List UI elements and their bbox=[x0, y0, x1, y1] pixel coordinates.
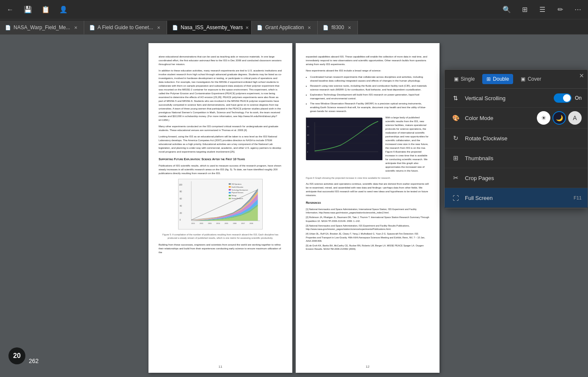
tab-grant-application[interactable]: 📄 Grant Application ✕ bbox=[252, 21, 318, 34]
crop-label: Crop Pages bbox=[465, 175, 582, 181]
svg-text:Earth & Education: Earth & Education bbox=[232, 186, 244, 188]
cover-icon: ▣ bbox=[521, 76, 525, 82]
right-bullets: Coordinated human research experiments t… bbox=[310, 75, 429, 113]
thumbnails-icon: ⊞ bbox=[451, 153, 461, 163]
tab-close-nasa-warp[interactable]: ✕ bbox=[73, 25, 79, 30]
save-all-button[interactable]: 📋 bbox=[41, 5, 51, 15]
graph-caption: Figure 6 Graph showing the projected inc… bbox=[306, 176, 429, 180]
single-icon: ▣ bbox=[454, 76, 459, 82]
svg-text:80: 80 bbox=[180, 191, 182, 193]
svg-text:2007: 2007 bbox=[241, 222, 245, 224]
auto-symbol: A bbox=[573, 115, 577, 121]
view-mode-cover[interactable]: ▣ Cover bbox=[517, 74, 545, 84]
tab-bar: 📄 NASA_Warp_Field_Me... ✕ 📄 A Field Guid… bbox=[0, 19, 588, 35]
toolbar: ← 💾 📋 👤 🔍 ⊞ ☰ ✏ ⋯ bbox=[0, 0, 588, 19]
tab-close-iss-assembly[interactable]: ✕ bbox=[245, 25, 249, 30]
right-further-text: As ISS science activities and operations… bbox=[306, 182, 429, 197]
svg-text:40: 40 bbox=[180, 205, 182, 207]
more-button[interactable]: ⋯ bbox=[573, 5, 583, 15]
left-para-2: In addition to these education activitie… bbox=[159, 69, 282, 122]
list-button[interactable]: ☰ bbox=[537, 5, 547, 15]
tab-close-f8300[interactable]: ✕ bbox=[346, 25, 352, 30]
tab-close-field-guide[interactable]: ✕ bbox=[156, 25, 162, 30]
tab-label-nasa-warp: NASA_Warp_Field_Me... bbox=[14, 25, 70, 30]
tab-f8300[interactable]: 📄 f8300 ✕ bbox=[318, 21, 358, 34]
rotate-clockwise-item[interactable]: ↻ Rotate Clockwise bbox=[445, 128, 588, 148]
fullscreen-icon: ⛶ bbox=[451, 193, 461, 203]
fullscreen-label: Full Screen bbox=[465, 195, 574, 201]
bullet-1: Coordinated human research experiments t… bbox=[310, 75, 429, 83]
svg-text:40: 40 bbox=[307, 134, 309, 136]
tab-icon-nasa-warp: 📄 bbox=[5, 25, 11, 30]
toggle-knob bbox=[563, 94, 571, 102]
svg-text:60: 60 bbox=[307, 126, 309, 128]
pdf-page-right: expanded capabilities aboard ISS. These … bbox=[296, 43, 440, 373]
bullet-2: Research using new science racks, includ… bbox=[310, 84, 429, 92]
building-text: Building from these successes, engineers… bbox=[159, 243, 282, 254]
rotate-icon: ↻ bbox=[451, 133, 461, 143]
tab-field-guide[interactable]: 📄 A Field Guide to Genet... ✕ bbox=[84, 21, 167, 34]
svg-text:2005: 2005 bbox=[225, 222, 229, 224]
view-dropdown-menu: ✕ ▣ Single ⊞ Double ▣ Cover ⇅ Vertical S… bbox=[444, 69, 588, 208]
section-title: Supporting Future Exploration: Science A… bbox=[159, 157, 282, 162]
view-mode-double[interactable]: ⊞ Double bbox=[482, 74, 513, 84]
view-mode-cover-label: Cover bbox=[528, 76, 541, 82]
tab-label-grant-application: Grant Application bbox=[265, 25, 304, 30]
rotate-label: Rotate Clockwise bbox=[465, 135, 582, 142]
left-para-3: Many other experiments conducted on the … bbox=[159, 125, 282, 132]
references-title: References bbox=[306, 201, 429, 205]
color-mode-light[interactable]: ☀ bbox=[537, 111, 550, 125]
fullscreen-shortcut: F11 bbox=[574, 195, 582, 200]
vertical-scrolling-label: Vertical Scrolling bbox=[465, 95, 554, 101]
vertical-scrolling-toggle[interactable] bbox=[554, 93, 572, 103]
current-page: 20 bbox=[13, 352, 21, 360]
left-para-1: alone educational demonstrations that ca… bbox=[159, 55, 282, 66]
tab-close-grant-application[interactable]: ✕ bbox=[306, 25, 312, 30]
svg-text:2001: 2001 bbox=[191, 222, 195, 224]
tab-iss-assembly[interactable]: 📄 Nasa_ISS_Assemby_Years ✕ bbox=[167, 21, 252, 34]
color-mode-dark[interactable]: 🌙 bbox=[552, 111, 566, 125]
thumbnails-label: Thumbnails bbox=[465, 155, 582, 161]
vertical-scrolling-row[interactable]: ⇅ Vertical Scrolling On bbox=[445, 89, 588, 108]
back-button[interactable]: ← bbox=[5, 5, 15, 15]
fullscreen-item[interactable]: ⛶ Full Screen F11 bbox=[445, 188, 588, 208]
grid-button[interactable]: ⊞ bbox=[519, 5, 530, 15]
view-mode-single-label: Single bbox=[461, 76, 475, 82]
left-para-4: Looking forward, using the ISS as an edu… bbox=[159, 135, 282, 154]
view-mode-double-label: Double bbox=[493, 76, 509, 82]
svg-text:0: 0 bbox=[180, 219, 181, 221]
tab-icon-grant-application: 📄 bbox=[257, 25, 263, 30]
view-mode-single[interactable]: ▣ Single bbox=[450, 74, 479, 84]
page-number-left: 11 bbox=[219, 364, 223, 369]
svg-rect-24 bbox=[229, 183, 231, 184]
save-button[interactable]: 💾 bbox=[23, 5, 33, 15]
add-user-button[interactable]: 👤 bbox=[58, 5, 69, 15]
tab-label-f8300: f8300 bbox=[331, 25, 344, 30]
page-indicator: 20 bbox=[8, 347, 25, 364]
svg-rect-26 bbox=[229, 186, 231, 187]
svg-text:2003: 2003 bbox=[208, 222, 212, 224]
section-body: Publications of ISS scientific results, … bbox=[159, 164, 282, 175]
dropdown-close-button[interactable]: ✕ bbox=[577, 71, 586, 80]
pdf-page-left: alone educational demonstrations that ca… bbox=[148, 43, 292, 373]
right-expanded: expanded capabilities aboard ISS. These … bbox=[306, 55, 429, 66]
tab-nasa-warp[interactable]: 📄 NASA_Warp_Field_Me... ✕ bbox=[0, 21, 84, 34]
svg-text:20: 20 bbox=[307, 142, 309, 145]
pen-button[interactable]: ✏ bbox=[555, 5, 565, 15]
svg-text:Biology: Biology bbox=[232, 195, 237, 197]
color-mode-row: 🎨 Color Mode ☀ 🌙 A bbox=[445, 108, 588, 128]
svg-text:20: 20 bbox=[180, 212, 182, 214]
color-mode-icon: 🎨 bbox=[451, 113, 461, 123]
svg-text:ISS Operations: ISS Operations bbox=[232, 183, 242, 185]
svg-text:Physical Sciences: Physical Sciences bbox=[232, 192, 244, 194]
toggle-on-label: On bbox=[575, 95, 582, 101]
chart-caption: Figure 5: A compilation of the number of… bbox=[159, 233, 282, 240]
thumbnails-item[interactable]: ⊞ Thumbnails bbox=[445, 148, 588, 168]
svg-text:100: 100 bbox=[179, 183, 182, 186]
color-mode-auto[interactable]: A bbox=[568, 111, 582, 125]
search-button[interactable]: 🔍 bbox=[502, 5, 512, 15]
svg-text:2006: 2006 bbox=[233, 222, 237, 224]
crop-pages-item[interactable]: ✂ Crop Pages bbox=[445, 168, 588, 188]
crew-time-graph: 0 20 40 60 bbox=[306, 117, 382, 160]
svg-rect-32 bbox=[229, 195, 231, 196]
